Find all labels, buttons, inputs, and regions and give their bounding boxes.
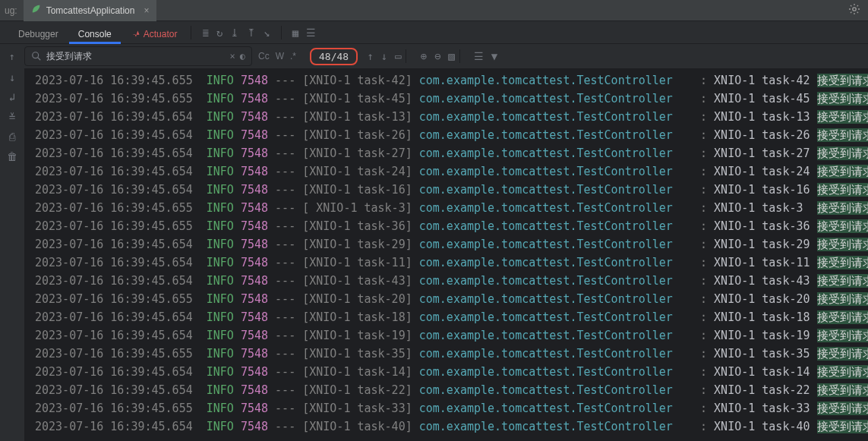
search-icon bbox=[31, 51, 42, 61]
prev-match-icon[interactable]: ↑ bbox=[367, 50, 373, 62]
scroll-up-icon[interactable]: ↑ bbox=[9, 51, 15, 62]
search-history-icon[interactable]: ◐ bbox=[240, 51, 245, 61]
search-input[interactable] bbox=[46, 51, 226, 61]
match-case-toggle[interactable]: Cc bbox=[258, 51, 270, 61]
gear-icon[interactable] bbox=[848, 3, 860, 17]
soft-wrap-icon[interactable]: ↲ bbox=[9, 91, 15, 103]
svg-point-1 bbox=[33, 52, 39, 58]
next-match-icon[interactable]: ↓ bbox=[381, 50, 387, 62]
select-occurrences-icon[interactable]: ▧ bbox=[448, 50, 454, 62]
step-icon[interactable]: ↘ bbox=[264, 27, 270, 39]
log-line: 2023-07-16 16:39:45.655 INFO 7548 --- [ … bbox=[24, 199, 868, 217]
log-line: 2023-07-16 16:39:45.655 INFO 7548 --- [X… bbox=[24, 399, 868, 417]
select-all-icon[interactable]: ▭ bbox=[395, 50, 401, 62]
tool-window-toolbar: Debugger Console Actuator ≣ ↻ ⤓ ⤒ ↘ ▦ ☰ bbox=[0, 21, 868, 44]
download-icon[interactable]: ⤓ bbox=[230, 27, 239, 39]
console-find-bar: ↑ × ◐ Cc W .* 48/48 ↑ ↓ ▭ ⊕ ⊖ ▧ ☰ ▼ bbox=[0, 44, 868, 68]
tab-actuator[interactable]: Actuator bbox=[122, 24, 187, 44]
log-line: 2023-07-16 16:39:45.654 INFO 7548 --- [X… bbox=[24, 144, 868, 162]
log-line: 2023-07-16 16:39:45.654 INFO 7548 --- [X… bbox=[24, 272, 868, 290]
log-line: 2023-07-16 16:39:45.655 INFO 7548 --- [X… bbox=[24, 345, 868, 363]
search-box[interactable]: × ◐ bbox=[24, 46, 252, 66]
log-line: 2023-07-16 16:39:45.655 INFO 7548 --- [X… bbox=[24, 71, 868, 90]
words-toggle[interactable]: W bbox=[276, 51, 284, 61]
log-line: 2023-07-16 16:39:45.654 INFO 7548 --- [X… bbox=[24, 126, 868, 144]
clear-all-icon[interactable]: 🗑 bbox=[7, 150, 17, 162]
console-output[interactable]: 2023-07-16 16:39:45.655 INFO 7548 --- [X… bbox=[24, 68, 868, 441]
spring-leaf-icon bbox=[31, 4, 42, 17]
run-window-tabstrip: ug: TomcattestApplication × bbox=[0, 0, 868, 21]
svg-point-0 bbox=[853, 8, 856, 11]
log-line: 2023-07-16 16:39:45.655 INFO 7548 --- [X… bbox=[24, 90, 868, 108]
run-config-tab-title: TomcattestApplication bbox=[46, 5, 135, 16]
export-icon[interactable]: ☰ bbox=[474, 50, 484, 62]
debug-label: ug: bbox=[5, 5, 17, 16]
regex-toggle[interactable]: .* bbox=[290, 51, 296, 61]
scroll-down-icon[interactable]: ↓ bbox=[9, 71, 15, 83]
clear-search-icon[interactable]: × bbox=[230, 51, 235, 61]
rerun-icon[interactable]: ↻ bbox=[216, 27, 223, 39]
scroll-to-end-icon[interactable]: ≚ bbox=[9, 111, 15, 123]
log-line: 2023-07-16 16:39:45.654 INFO 7548 --- [X… bbox=[24, 417, 868, 436]
tab-actuator-label: Actuator bbox=[144, 29, 178, 39]
log-line: 2023-07-16 16:39:45.654 INFO 7548 --- [X… bbox=[24, 381, 868, 399]
filter-icon[interactable]: ▼ bbox=[491, 50, 497, 62]
console-side-toolbar: ↓ ↲ ≚ ⎙ 🗑 bbox=[0, 68, 24, 441]
run-config-tab[interactable]: TomcattestApplication × bbox=[24, 0, 157, 21]
log-line: 2023-07-16 16:39:45.654 INFO 7548 --- [X… bbox=[24, 326, 868, 345]
actuator-icon bbox=[131, 30, 140, 39]
layout-icon[interactable]: ▦ bbox=[292, 27, 298, 39]
svg-line-2 bbox=[38, 58, 41, 61]
tab-debugger[interactable]: Debugger bbox=[9, 24, 68, 44]
upload-icon[interactable]: ⤒ bbox=[247, 27, 256, 39]
print-icon[interactable]: ⎙ bbox=[9, 131, 15, 143]
close-tab-icon[interactable]: × bbox=[144, 5, 149, 16]
log-line: 2023-07-16 16:39:45.654 INFO 7548 --- [X… bbox=[24, 162, 868, 181]
add-selection-icon[interactable]: ⊕ bbox=[420, 50, 426, 62]
log-line: 2023-07-16 16:39:45.654 INFO 7548 --- [X… bbox=[24, 254, 868, 272]
settings-icon[interactable]: ☰ bbox=[306, 27, 316, 39]
log-line: 2023-07-16 16:39:45.654 INFO 7548 --- [X… bbox=[24, 308, 868, 326]
remove-selection-icon[interactable]: ⊖ bbox=[434, 50, 440, 62]
log-line: 2023-07-16 16:39:45.654 INFO 7548 --- [X… bbox=[24, 235, 868, 254]
show-toolbar-icon[interactable]: ≣ bbox=[202, 27, 208, 39]
tab-console[interactable]: Console bbox=[69, 24, 121, 44]
log-line: 2023-07-16 16:39:45.654 INFO 7548 --- [X… bbox=[24, 108, 868, 126]
log-line: 2023-07-16 16:39:45.655 INFO 7548 --- [X… bbox=[24, 290, 868, 308]
log-line: 2023-07-16 16:39:45.655 INFO 7548 --- [X… bbox=[24, 217, 868, 235]
match-count-badge: 48/48 bbox=[310, 48, 358, 65]
log-line: 2023-07-16 16:39:45.654 INFO 7548 --- [X… bbox=[24, 181, 868, 199]
log-line: 2023-07-16 16:39:45.654 INFO 7548 --- [X… bbox=[24, 363, 868, 381]
